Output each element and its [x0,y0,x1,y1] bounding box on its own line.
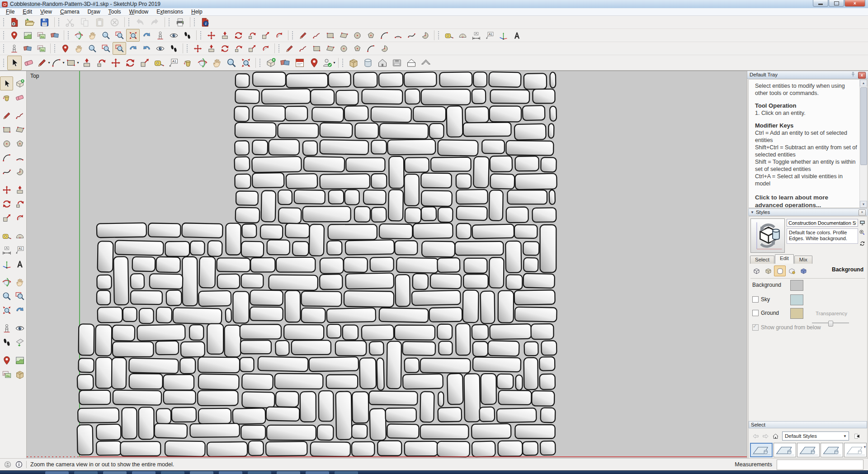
open-button[interactable] [22,16,37,29]
instructor-scrollbar[interactable]: ▲ ▼ [859,80,867,208]
menu-view[interactable]: View [36,8,56,15]
eraser-button[interactable] [13,90,26,104]
tab-edit[interactable]: Edit [775,254,794,264]
move-button[interactable] [204,29,218,42]
house-plan-button[interactable] [404,56,419,70]
materials-button[interactable] [21,42,34,55]
zoom-extents-button[interactable] [126,29,140,42]
taskbar-item[interactable] [103,471,127,474]
polygon-button[interactable] [13,137,26,151]
pie-button[interactable] [418,29,432,42]
menu-edit[interactable]: Edit [19,8,36,15]
line-button[interactable] [296,29,310,42]
menu-draw[interactable]: Draw [84,8,104,15]
scroll-down-icon[interactable]: ▼ [860,201,867,208]
line-button[interactable]: ▾ [36,56,51,70]
taskbar-item[interactable] [161,471,184,474]
zoom-button[interactable] [224,56,239,70]
photo-textures-button[interactable] [34,29,48,42]
push-pull-button[interactable] [80,56,94,70]
windows-taskbar[interactable] [0,470,868,474]
copy-button[interactable] [77,16,92,29]
scale-button[interactable] [259,29,272,42]
dropdown-arrow-icon[interactable]: ▾ [77,61,79,65]
toggle-terrain-button[interactable] [13,353,26,367]
drawing-canvas[interactable] [27,71,747,459]
pan-button[interactable] [13,275,26,289]
line-button[interactable] [283,42,296,55]
two-point-arc-button[interactable] [13,151,26,165]
walk-button[interactable] [0,335,13,349]
preview-model-button[interactable] [48,29,61,42]
3d-text-button[interactable] [13,257,26,271]
display-secondary-pane-button[interactable] [858,218,866,227]
restore-button[interactable] [829,0,844,7]
push-pull-button[interactable] [13,183,26,197]
components-button[interactable] [264,56,278,70]
toolbar-grip[interactable] [193,18,196,27]
package-button[interactable] [346,56,361,70]
watermark-settings-button[interactable] [786,265,797,276]
print-button[interactable] [173,16,188,29]
style-collection-dropdown[interactable]: Default Styles ▼ [782,431,849,441]
materials-button[interactable] [278,56,292,70]
dropdown-arrow-icon[interactable]: ▾ [62,61,64,65]
freehand-button[interactable] [296,42,310,55]
arcs-button[interactable]: ▾ [51,56,65,70]
style-name-field[interactable] [787,219,858,227]
scrollbar-thumb[interactable] [860,87,867,165]
orbit-button[interactable] [0,275,13,289]
pan-button[interactable] [210,56,224,70]
toolbar-grip[interactable] [278,44,280,53]
advanced-operations-link[interactable]: Click to learn about more advanced opera… [755,194,858,208]
tape-measure-button[interactable] [152,56,166,70]
pie-button[interactable] [13,165,26,179]
select-button[interactable] [0,76,13,90]
tray-close-button[interactable]: x [858,72,866,79]
zoom-button[interactable] [85,42,99,55]
position-camera-button[interactable] [0,321,13,335]
arc-button[interactable] [0,151,13,165]
tray-title-bar[interactable]: Default Tray x [747,71,868,79]
arc-button[interactable] [377,29,391,42]
two-point-arc-button[interactable] [391,29,405,42]
ground-color-swatch[interactable] [790,308,803,319]
rotated-rectangle-button[interactable] [337,29,350,42]
toolbar-grip[interactable] [342,58,344,67]
zoom-window-button[interactable] [113,29,126,42]
photo-textures-button[interactable] [34,42,48,55]
scale-button[interactable] [245,42,259,55]
container-button[interactable] [361,56,375,70]
rotated-rectangle-button[interactable] [323,42,337,55]
paint-bucket-button[interactable] [181,56,195,70]
freehand-button[interactable] [13,109,26,123]
style-thumbnail[interactable] [774,443,796,457]
model-info-button[interactable] [198,16,213,29]
shapes-button[interactable]: ▾ [65,56,80,70]
add-location-button[interactable] [307,56,321,70]
menu-extensions[interactable]: Extensions [152,8,187,15]
create-new-style-button[interactable] [858,228,866,237]
toggle-terrain-button[interactable] [21,29,34,42]
roof-button[interactable] [419,56,433,70]
scroll-up-icon[interactable]: ▲ [860,80,867,86]
home-button[interactable] [770,431,780,441]
preview-model-button[interactable] [13,367,26,381]
zoom-window-button[interactable] [99,42,113,55]
pan-button[interactable] [85,29,99,42]
geolocation-icon[interactable] [4,461,11,468]
toolbar-grip[interactable] [292,31,294,40]
minimize-button[interactable] [813,0,828,7]
circle-button[interactable] [337,42,350,55]
slider-thumb[interactable] [828,321,833,327]
menu-help[interactable]: Help [187,8,207,15]
cobblestone-wall[interactable] [77,72,557,457]
zoom-extents-button[interactable] [239,56,253,70]
home-model-button[interactable] [375,56,390,70]
scale-button[interactable] [0,211,13,225]
pin-icon[interactable] [850,71,856,78]
cut-button[interactable] [62,16,77,29]
menu-tools[interactable]: Tools [104,8,125,15]
tab-select[interactable]: Select [750,256,774,264]
new-button[interactable] [7,16,22,29]
